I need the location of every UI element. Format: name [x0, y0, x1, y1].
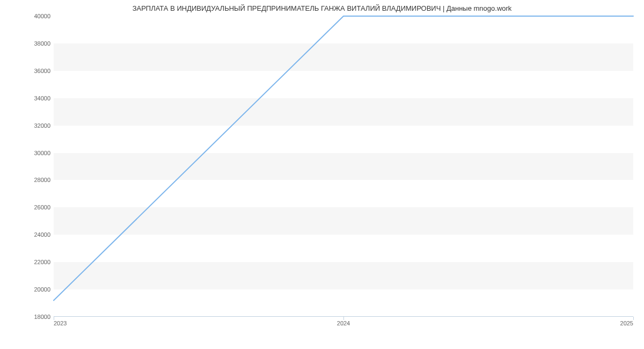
x-tick-label: 2025: [620, 320, 633, 326]
y-tick-label: 26000: [18, 204, 50, 210]
y-tick-label: 40000: [18, 13, 50, 19]
y-tick-label: 30000: [18, 150, 50, 156]
y-tick-label: 28000: [18, 177, 50, 183]
x-tick-label: 2024: [337, 320, 350, 326]
chart-title: ЗАРПЛАТА В ИНДИВИДУАЛЬНЫЙ ПРЕДПРИНИМАТЕЛ…: [0, 4, 644, 12]
x-tick-label: 2023: [54, 320, 67, 326]
y-tick-label: 18000: [18, 314, 50, 320]
x-tick: [633, 317, 634, 320]
y-tick-label: 36000: [18, 68, 50, 74]
y-tick-label: 34000: [18, 95, 50, 101]
y-tick-label: 32000: [18, 122, 50, 129]
line-series: [54, 16, 633, 317]
plot-area: [54, 16, 633, 317]
y-tick-label: 24000: [18, 231, 50, 238]
y-tick-label: 20000: [18, 286, 50, 293]
y-tick-label: 22000: [18, 259, 50, 265]
y-tick-label: 38000: [18, 40, 50, 47]
salary-chart: ЗАРПЛАТА В ИНДИВИДУАЛЬНЫЙ ПРЕДПРИНИМАТЕЛ…: [0, 0, 644, 349]
